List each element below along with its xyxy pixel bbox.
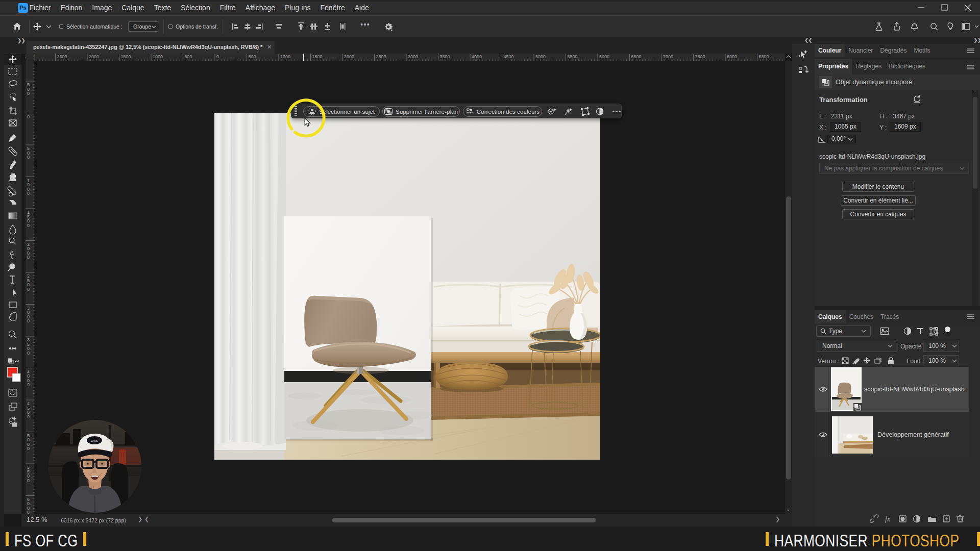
svg-text:VANS: VANS xyxy=(91,439,99,442)
svg-text:fx: fx xyxy=(885,515,891,523)
